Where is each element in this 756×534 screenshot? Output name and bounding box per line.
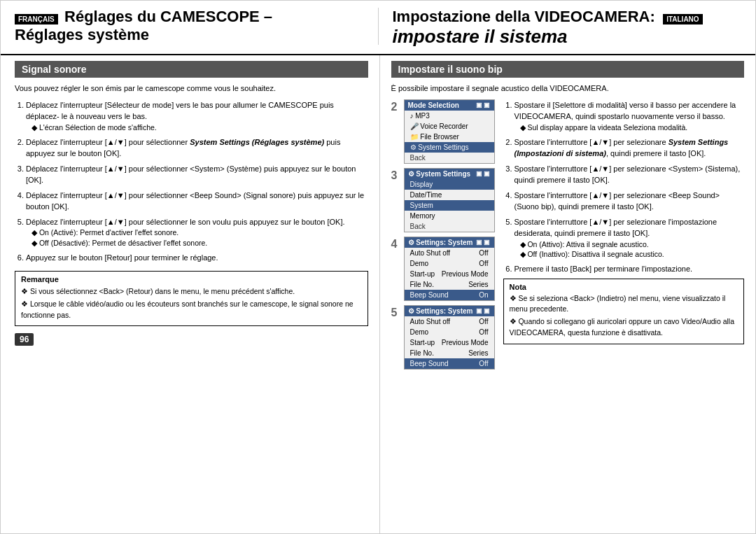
right-intro: È possibile impostare il segnale acustic… [391,83,745,94]
screen-3-titlebar: ⚙ System Settings ▣ ▣ [405,169,494,179]
screen-2-titlebar: Mode Selection ▣ ▣ [405,100,494,111]
header-right-title-row: Impostazione della VIDEOCAMERA: ITALIANO [393,8,742,26]
page-number: 96 [15,333,34,346]
remarque-title: Remarque [21,275,362,283]
screen-2-mp3: ♪ MP3 [405,111,494,121]
remarque-box: Remarque Si vous sélectionnez <Back> (Re… [15,271,368,326]
right-step-5-note1: On (Attivo): Attiva il segnale acustico. [520,239,745,250]
header-right: Impostazione della VIDEOCAMERA: ITALIANO… [379,8,742,48]
screen-5-demo: DemoOff [405,327,494,337]
right-step-3: Spostare l'interruttore [▲/▼] per selezi… [514,163,745,186]
right-step-6: Premere il tasto [Back] per terminare l'… [514,263,745,275]
nota-title: Nota [510,283,738,291]
step-4: Déplacez l'interrupteur [▲/▼] pour sélec… [26,190,368,213]
screen-5-autoshutoff: Auto Shut offOff [405,316,494,327]
nota-item-1: Se si seleziona <Back> (Indietro) nel me… [510,293,738,316]
right-column: Impostare il suono bip È possibile impos… [380,55,756,533]
header-right-main-title: Impostazione della VIDEOCAMERA: [393,8,655,25]
right-step-2: Spostare l'interruttore [▲/▼] per selezi… [514,136,745,160]
screen-3-memory: Memory [405,211,494,221]
right-step-1: Spostare il [Selettore di modalità] vers… [514,99,745,133]
remarque-item-1: Si vous sélectionnez <Back> (Retour) dan… [21,286,362,297]
header: FRANÇAIS Réglages du CAMESCOPE – Réglage… [1,1,755,55]
header-left: FRANÇAIS Réglages du CAMESCOPE – Réglage… [15,8,379,45]
screen-4-demo: DemoOff [405,258,494,269]
header-left-title: FRANÇAIS Réglages du CAMESCOPE – [15,8,364,26]
right-step-1-note: Sul display appare la videata Seleziona … [520,122,745,133]
lang-badge-fr: FRANÇAIS [15,14,58,24]
screen-5-titlebar: ⚙ Settings: System ▣ ▣ [405,306,494,316]
screen-4-beepsound: Beep SoundOn [405,290,494,300]
screen-5-fileno: File No.Series [405,348,494,358]
nota-items: Se si seleziona <Back> (Indietro) nel me… [510,293,738,339]
screen-2-file: 📁 File Browser [405,132,494,142]
screens-column: 2 Mode Selection ▣ ▣ ♪ MP3 🎤 Voice Recor… [391,99,496,370]
lang-badge-it: ITALIANO [663,14,702,24]
screen-4: ⚙ Settings: System ▣ ▣ Auto Shut offOff … [404,237,495,301]
right-steps: Spostare il [Selettore di modalità] vers… [503,99,745,275]
screen-block-3: 3 ⚙ System Settings ▣ ▣ Display Date/Tim… [391,168,496,232]
screen-2-back: Back [405,153,494,163]
header-title-sub: Réglages système [15,26,364,44]
main-content: Signal sonore Vous pouvez régler le son … [1,55,755,533]
right-step-5-note2: Off (Inattivo): Disattiva il segnale acu… [520,249,745,260]
remarque-item-2: Lorsque le câble vidéo/audio ou les écou… [21,299,362,321]
step-3: Déplacez l'interrupteur [▲/▼] pour sélec… [26,163,368,186]
screen-block-2: 2 Mode Selection ▣ ▣ ♪ MP3 🎤 Voice Recor… [391,99,496,164]
right-section-header: Impostare il suono bip [391,61,745,78]
screen-3: ⚙ System Settings ▣ ▣ Display Date/Time … [404,168,495,232]
screens-and-steps-area: 2 Mode Selection ▣ ▣ ♪ MP3 🎤 Voice Recor… [391,99,745,370]
screen-4-autoshutoff: Auto Shut offOff [405,248,494,258]
screen-3-system: System [405,200,494,211]
screen-num-4: 4 [391,237,401,251]
step-6: Appuyez sur le bouton [Retour] pour term… [26,252,368,264]
page: FRANÇAIS Réglages du CAMESCOPE – Réglage… [0,0,756,534]
screen-num-2: 2 [391,99,401,113]
step-1-note: L'écran Sélection de mode s'affiche. [31,122,368,133]
header-right-sub-title: impostare il sistema [393,26,742,48]
screen-4-fileno: File No.Series [405,279,494,290]
right-steps-column: Spostare il [Selettore di modalità] vers… [503,99,745,370]
nota-item-2: Quando si collegano gli auricolari oppur… [510,316,738,339]
screen-4-startup: Start-upPrevious Mode [405,269,494,279]
left-column: Signal sonore Vous pouvez régler le son … [1,55,380,533]
remarque-items: Si vous sélectionnez <Back> (Retour) dan… [21,286,362,321]
screen-num-3: 3 [391,168,401,182]
screen-5: ⚙ Settings: System ▣ ▣ Auto Shut offOff … [404,305,495,370]
nota-box: Nota Se si seleziona <Back> (Indietro) n… [503,279,745,344]
step-2: Déplacez l'interrupteur [▲/▼] pour sélec… [26,136,368,160]
left-section-header: Signal sonore [15,61,368,78]
screen-block-4: 4 ⚙ Settings: System ▣ ▣ Auto Shut offOf… [391,237,496,301]
step-5-note1: On (Activé): Permet d'activer l'effet so… [31,227,368,238]
screen-5-startup: Start-upPrevious Mode [405,337,494,348]
screen-5-beepsound: Beep SoundOff [405,358,494,369]
screen-2-voice: 🎤 Voice Recorder [405,121,494,132]
screen-3-back: Back [405,221,494,232]
step-1: Déplacez l'interrupteur [Sélecteur de mo… [26,99,368,133]
header-title-main: Réglages du CAMESCOPE – [64,8,272,25]
right-step-4: Spostare l'interruttore [▲/▼] per selezi… [514,190,745,213]
step-5-note2: Off (Désactivé): Permet de désactiver l'… [31,238,368,248]
screen-3-datetime: Date/Time [405,190,494,200]
screen-num-5: 5 [391,305,401,319]
left-steps: Déplacez l'interrupteur [Sélecteur de mo… [15,99,368,267]
screen-3-display: Display [405,179,494,190]
right-step-5: Spostare l'interruttore [▲/▼] per selezi… [514,216,745,260]
screen-4-titlebar: ⚙ Settings: System ▣ ▣ [405,237,494,248]
screen-2-settings: ⚙ System Settings [405,142,494,153]
screen-2: Mode Selection ▣ ▣ ♪ MP3 🎤 Voice Recorde… [404,99,495,164]
step-5: Déplacez l'interrupteur [▲/▼] pour sélec… [26,216,368,248]
screen-block-5: 5 ⚙ Settings: System ▣ ▣ Auto Shut offOf… [391,305,496,370]
left-intro: Vous pouvez régler le son émis par le ca… [15,83,368,94]
